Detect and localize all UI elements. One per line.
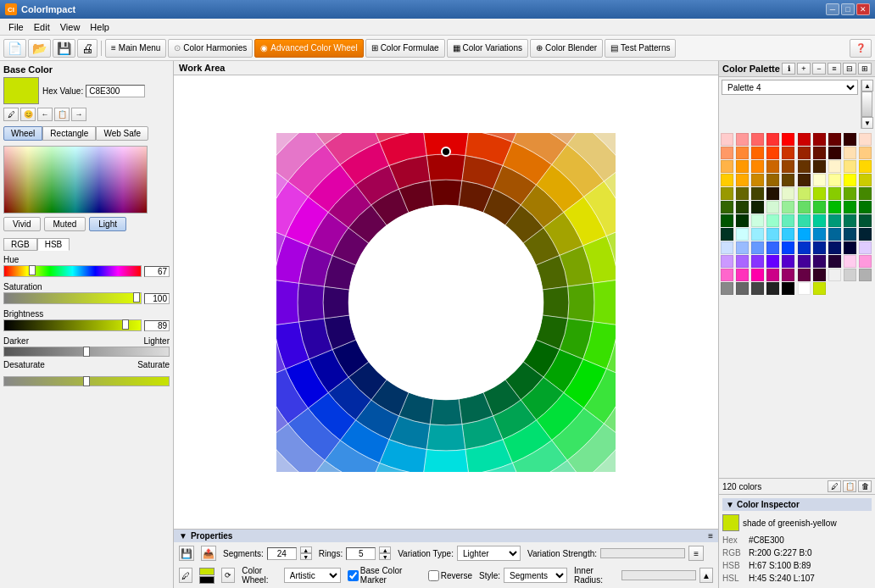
color-cell[interactable] [828,133,841,146]
color-cell[interactable] [721,187,733,200]
palette-remove-btn[interactable]: − [812,63,826,75]
color-cell[interactable] [721,255,733,268]
toolbar-color-harmonies[interactable]: ⊙ Color Harmonies [168,39,253,58]
hex-input[interactable] [86,85,145,97]
color-cell[interactable] [751,214,764,227]
color-cell[interactable] [751,269,764,281]
color-cell[interactable] [859,133,872,146]
color-cell[interactable] [736,133,749,146]
style-select[interactable]: Segments Pie Ring [504,568,567,583]
emoji-button[interactable]: 😊 [20,108,36,121]
forward-button[interactable]: → [71,108,86,121]
color-cell[interactable] [766,133,779,146]
color-cell[interactable] [798,201,811,214]
saturation-track[interactable] [3,292,142,304]
color-cell[interactable] [736,214,749,227]
color-cell[interactable] [751,174,764,186]
color-picker-btn[interactable]: 🖊 [179,568,192,583]
color-cell[interactable] [782,160,794,173]
color-cell[interactable] [844,201,856,214]
close-button[interactable]: ✕ [856,3,870,15]
color-cell[interactable] [751,228,764,241]
color-cell[interactable] [828,201,841,214]
vivid-button[interactable]: Vivid [3,217,41,231]
color-cell[interactable] [859,201,872,214]
segments-input[interactable] [267,547,297,560]
color-wheel-select[interactable]: Artistic Scientific [284,568,341,583]
color-cell[interactable] [813,228,826,241]
color-cell[interactable] [844,187,856,200]
light-button[interactable]: Light [89,217,126,231]
color-cell[interactable] [798,187,811,200]
color-cell[interactable] [721,228,733,241]
palette-scroll-thumb[interactable] [861,92,872,117]
color-cell[interactable] [766,282,779,295]
hue-thumb[interactable] [29,265,36,275]
color-cell[interactable] [782,282,794,295]
color-cell[interactable] [859,147,872,159]
color-cell[interactable] [751,133,764,146]
variation-strength-menu[interactable]: ≡ [688,546,704,561]
color-cell[interactable] [751,255,764,268]
color-cell[interactable] [782,187,794,200]
color-cell[interactable] [736,255,749,268]
inner-radius-btn[interactable]: ▲ [699,568,713,583]
palette-list-btn[interactable]: ≡ [828,63,841,75]
toolbar-print[interactable]: 🖨 [77,39,98,58]
saturation-value[interactable] [144,293,170,304]
color-cell[interactable] [859,187,872,200]
darker-lighter-thumb[interactable] [83,347,90,357]
color-cell[interactable] [782,241,794,254]
color-cell[interactable] [736,147,749,159]
brightness-track[interactable] [3,319,142,331]
tab-hsb[interactable]: HSB [37,238,70,251]
color-cell[interactable] [813,255,826,268]
rings-input[interactable] [346,547,376,560]
color-cell[interactable] [813,147,826,159]
color-cell[interactable] [766,228,779,241]
properties-collapse-icon[interactable]: ▼ [179,531,187,541]
color-cell[interactable] [844,160,856,173]
eyedropper-button[interactable]: 🖊 [3,108,19,121]
color-cell[interactable] [782,228,794,241]
tab-rgb[interactable]: RGB [3,238,37,251]
prop-export-btn[interactable]: 📤 [201,546,216,561]
menu-file[interactable]: File [3,21,29,33]
prop-fg-swatch[interactable] [199,568,215,575]
rings-down[interactable]: ▼ [379,553,391,560]
color-cell[interactable] [844,255,856,268]
color-cell[interactable] [782,147,794,159]
desaturate-saturate-thumb[interactable] [83,376,90,386]
color-cell[interactable] [828,228,841,241]
color-cell[interactable] [844,147,856,159]
color-swap-btn[interactable]: ⟳ [221,568,235,583]
color-cell[interactable] [844,269,856,281]
palette-info-btn[interactable]: ℹ [782,63,795,75]
saturation-thumb[interactable] [133,292,140,302]
color-cell[interactable] [751,241,764,254]
base-color-swatch[interactable] [3,77,39,104]
prop-save-btn[interactable]: 💾 [179,546,194,561]
tab-web-safe[interactable]: Web Safe [96,126,148,141]
color-cell[interactable] [844,133,856,146]
muted-button[interactable]: Muted [44,217,86,231]
color-cell[interactable] [798,282,811,295]
color-cell[interactable] [782,269,794,281]
color-cell[interactable] [859,174,872,186]
color-cell[interactable] [736,174,749,186]
rings-up[interactable]: ▲ [379,546,391,553]
color-cell[interactable] [721,201,733,214]
color-cell[interactable] [782,201,794,214]
tab-rectangle[interactable]: Rectangle [42,126,96,141]
color-cell[interactable] [813,160,826,173]
color-cell[interactable] [798,174,811,186]
segments-down[interactable]: ▼ [300,553,312,560]
tab-wheel[interactable]: Wheel [3,126,42,141]
color-cell[interactable] [828,187,841,200]
inner-radius-slider[interactable] [621,570,696,580]
color-cell[interactable] [721,147,733,159]
back-button[interactable]: ← [37,108,53,121]
color-cell[interactable] [844,174,856,186]
menu-help[interactable]: Help [85,21,114,33]
reverse-checkbox[interactable] [428,570,439,581]
